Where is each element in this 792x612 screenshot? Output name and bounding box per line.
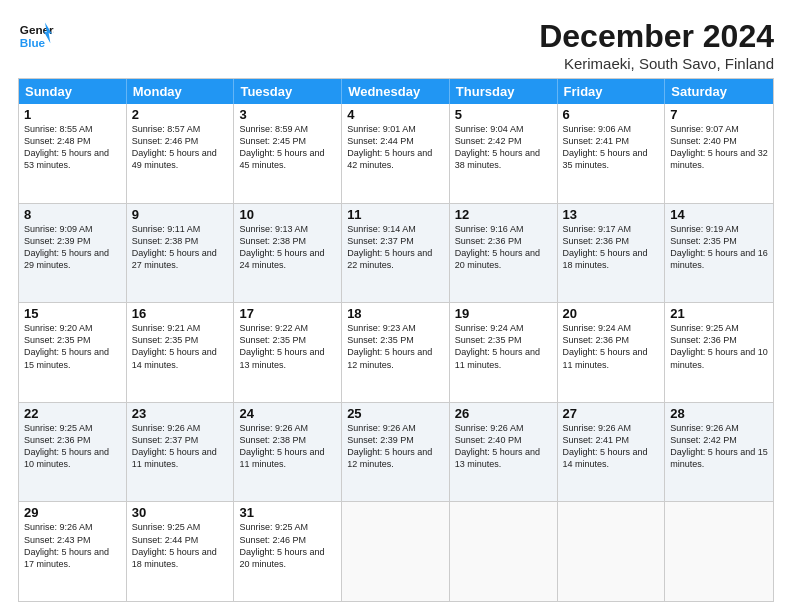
cell-info: Sunrise: 9:25 AMSunset: 2:36 PMDaylight:… <box>24 422 121 471</box>
cell-5-sat-empty <box>665 502 773 601</box>
cell-5-tue: 31 Sunrise: 9:25 AMSunset: 2:46 PMDaylig… <box>234 502 342 601</box>
cell-info: Sunrise: 9:23 AMSunset: 2:35 PMDaylight:… <box>347 322 444 371</box>
day-number: 6 <box>563 107 660 122</box>
cell-2-tue: 10 Sunrise: 9:13 AMSunset: 2:38 PMDaylig… <box>234 204 342 303</box>
day-number: 4 <box>347 107 444 122</box>
header-thursday: Thursday <box>450 79 558 104</box>
cell-info: Sunrise: 8:55 AMSunset: 2:48 PMDaylight:… <box>24 123 121 172</box>
cell-1-mon: 2 Sunrise: 8:57 AMSunset: 2:46 PMDayligh… <box>127 104 235 203</box>
cell-2-sat: 14 Sunrise: 9:19 AMSunset: 2:35 PMDaylig… <box>665 204 773 303</box>
cell-5-mon: 30 Sunrise: 9:25 AMSunset: 2:44 PMDaylig… <box>127 502 235 601</box>
cell-info: Sunrise: 9:16 AMSunset: 2:36 PMDaylight:… <box>455 223 552 272</box>
cell-2-fri: 13 Sunrise: 9:17 AMSunset: 2:36 PMDaylig… <box>558 204 666 303</box>
cell-info: Sunrise: 9:26 AMSunset: 2:40 PMDaylight:… <box>455 422 552 471</box>
day-number: 21 <box>670 306 768 321</box>
day-number: 16 <box>132 306 229 321</box>
cell-5-thu-empty <box>450 502 558 601</box>
cell-info: Sunrise: 9:21 AMSunset: 2:35 PMDaylight:… <box>132 322 229 371</box>
header-monday: Monday <box>127 79 235 104</box>
cell-info: Sunrise: 9:24 AMSunset: 2:35 PMDaylight:… <box>455 322 552 371</box>
day-number: 20 <box>563 306 660 321</box>
cell-info: Sunrise: 8:57 AMSunset: 2:46 PMDaylight:… <box>132 123 229 172</box>
cell-info: Sunrise: 9:26 AMSunset: 2:37 PMDaylight:… <box>132 422 229 471</box>
cell-5-sun: 29 Sunrise: 9:26 AMSunset: 2:43 PMDaylig… <box>19 502 127 601</box>
cell-4-tue: 24 Sunrise: 9:26 AMSunset: 2:38 PMDaylig… <box>234 403 342 502</box>
day-number: 8 <box>24 207 121 222</box>
calendar-header: Sunday Monday Tuesday Wednesday Thursday… <box>19 79 773 104</box>
header-saturday: Saturday <box>665 79 773 104</box>
day-number: 10 <box>239 207 336 222</box>
cell-info: Sunrise: 9:14 AMSunset: 2:37 PMDaylight:… <box>347 223 444 272</box>
cell-4-fri: 27 Sunrise: 9:26 AMSunset: 2:41 PMDaylig… <box>558 403 666 502</box>
header-sunday: Sunday <box>19 79 127 104</box>
day-number: 1 <box>24 107 121 122</box>
cell-4-thu: 26 Sunrise: 9:26 AMSunset: 2:40 PMDaylig… <box>450 403 558 502</box>
cell-info: Sunrise: 9:07 AMSunset: 2:40 PMDaylight:… <box>670 123 768 172</box>
week-row-4: 22 Sunrise: 9:25 AMSunset: 2:36 PMDaylig… <box>19 402 773 502</box>
day-number: 30 <box>132 505 229 520</box>
cell-1-thu: 5 Sunrise: 9:04 AMSunset: 2:42 PMDayligh… <box>450 104 558 203</box>
header: General Blue December 2024 Kerimaeki, So… <box>18 18 774 72</box>
cell-1-fri: 6 Sunrise: 9:06 AMSunset: 2:41 PMDayligh… <box>558 104 666 203</box>
day-number: 12 <box>455 207 552 222</box>
cell-3-tue: 17 Sunrise: 9:22 AMSunset: 2:35 PMDaylig… <box>234 303 342 402</box>
cell-info: Sunrise: 9:11 AMSunset: 2:38 PMDaylight:… <box>132 223 229 272</box>
logo-icon: General Blue <box>18 18 54 54</box>
cell-3-sun: 15 Sunrise: 9:20 AMSunset: 2:35 PMDaylig… <box>19 303 127 402</box>
day-number: 13 <box>563 207 660 222</box>
day-number: 28 <box>670 406 768 421</box>
day-number: 24 <box>239 406 336 421</box>
cell-info: Sunrise: 9:25 AMSunset: 2:44 PMDaylight:… <box>132 521 229 570</box>
cell-3-wed: 18 Sunrise: 9:23 AMSunset: 2:35 PMDaylig… <box>342 303 450 402</box>
header-wednesday: Wednesday <box>342 79 450 104</box>
cell-info: Sunrise: 9:26 AMSunset: 2:42 PMDaylight:… <box>670 422 768 471</box>
cell-3-mon: 16 Sunrise: 9:21 AMSunset: 2:35 PMDaylig… <box>127 303 235 402</box>
cell-3-sat: 21 Sunrise: 9:25 AMSunset: 2:36 PMDaylig… <box>665 303 773 402</box>
day-number: 3 <box>239 107 336 122</box>
day-number: 7 <box>670 107 768 122</box>
cell-info: Sunrise: 9:20 AMSunset: 2:35 PMDaylight:… <box>24 322 121 371</box>
day-number: 23 <box>132 406 229 421</box>
week-row-5: 29 Sunrise: 9:26 AMSunset: 2:43 PMDaylig… <box>19 501 773 601</box>
cell-5-wed-empty <box>342 502 450 601</box>
day-number: 22 <box>24 406 121 421</box>
cell-info: Sunrise: 9:19 AMSunset: 2:35 PMDaylight:… <box>670 223 768 272</box>
day-number: 27 <box>563 406 660 421</box>
day-number: 26 <box>455 406 552 421</box>
cell-1-wed: 4 Sunrise: 9:01 AMSunset: 2:44 PMDayligh… <box>342 104 450 203</box>
cell-3-thu: 19 Sunrise: 9:24 AMSunset: 2:35 PMDaylig… <box>450 303 558 402</box>
calendar: Sunday Monday Tuesday Wednesday Thursday… <box>18 78 774 602</box>
week-row-2: 8 Sunrise: 9:09 AMSunset: 2:39 PMDayligh… <box>19 203 773 303</box>
calendar-body: 1 Sunrise: 8:55 AMSunset: 2:48 PMDayligh… <box>19 104 773 601</box>
cell-2-sun: 8 Sunrise: 9:09 AMSunset: 2:39 PMDayligh… <box>19 204 127 303</box>
cell-info: Sunrise: 9:06 AMSunset: 2:41 PMDaylight:… <box>563 123 660 172</box>
svg-text:Blue: Blue <box>20 36 46 49</box>
cell-info: Sunrise: 9:09 AMSunset: 2:39 PMDaylight:… <box>24 223 121 272</box>
subtitle: Kerimaeki, South Savo, Finland <box>539 55 774 72</box>
day-number: 29 <box>24 505 121 520</box>
cell-4-sat: 28 Sunrise: 9:26 AMSunset: 2:42 PMDaylig… <box>665 403 773 502</box>
cell-2-thu: 12 Sunrise: 9:16 AMSunset: 2:36 PMDaylig… <box>450 204 558 303</box>
cell-3-fri: 20 Sunrise: 9:24 AMSunset: 2:36 PMDaylig… <box>558 303 666 402</box>
day-number: 11 <box>347 207 444 222</box>
cell-info: Sunrise: 8:59 AMSunset: 2:45 PMDaylight:… <box>239 123 336 172</box>
cell-info: Sunrise: 9:26 AMSunset: 2:41 PMDaylight:… <box>563 422 660 471</box>
cell-info: Sunrise: 9:22 AMSunset: 2:35 PMDaylight:… <box>239 322 336 371</box>
day-number: 9 <box>132 207 229 222</box>
cell-info: Sunrise: 9:24 AMSunset: 2:36 PMDaylight:… <box>563 322 660 371</box>
day-number: 25 <box>347 406 444 421</box>
cell-info: Sunrise: 9:17 AMSunset: 2:36 PMDaylight:… <box>563 223 660 272</box>
cell-1-sat: 7 Sunrise: 9:07 AMSunset: 2:40 PMDayligh… <box>665 104 773 203</box>
day-number: 15 <box>24 306 121 321</box>
week-row-3: 15 Sunrise: 9:20 AMSunset: 2:35 PMDaylig… <box>19 302 773 402</box>
main-title: December 2024 <box>539 18 774 55</box>
day-number: 18 <box>347 306 444 321</box>
page: General Blue December 2024 Kerimaeki, So… <box>0 0 792 612</box>
cell-1-sun: 1 Sunrise: 8:55 AMSunset: 2:48 PMDayligh… <box>19 104 127 203</box>
cell-4-wed: 25 Sunrise: 9:26 AMSunset: 2:39 PMDaylig… <box>342 403 450 502</box>
week-row-1: 1 Sunrise: 8:55 AMSunset: 2:48 PMDayligh… <box>19 104 773 203</box>
day-number: 19 <box>455 306 552 321</box>
cell-1-tue: 3 Sunrise: 8:59 AMSunset: 2:45 PMDayligh… <box>234 104 342 203</box>
cell-info: Sunrise: 9:26 AMSunset: 2:38 PMDaylight:… <box>239 422 336 471</box>
logo: General Blue <box>18 18 54 54</box>
